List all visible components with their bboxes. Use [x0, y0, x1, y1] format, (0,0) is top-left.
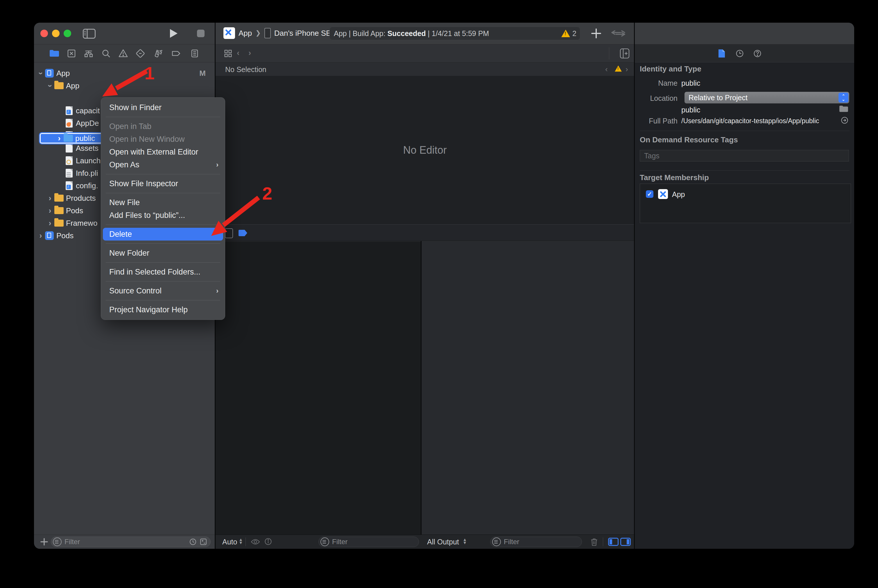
activity-status-pill[interactable]: App | Build App: Succeeded | 1/4/21 at 5…: [329, 27, 580, 40]
scheme-chevron-icon: ❯: [255, 29, 261, 37]
scope-stepper-icon[interactable]: ▴▾: [240, 538, 242, 544]
choose-folder-icon[interactable]: [839, 105, 849, 113]
test-navigator-tab[interactable]: [135, 48, 145, 58]
inspector-divider[interactable]: [634, 22, 635, 549]
related-items-icon[interactable]: [224, 49, 233, 58]
menu-item-project-navigator-help[interactable]: Project Navigator Help: [101, 303, 225, 316]
navigator-filter-input[interactable]: [64, 537, 161, 546]
find-navigator-tab[interactable]: [101, 48, 111, 58]
source-control-status-icon[interactable]: [199, 538, 207, 546]
console-split-divider[interactable]: [421, 241, 422, 534]
tree-label: Assets: [76, 144, 99, 153]
zoom-window-button[interactable]: [64, 30, 71, 37]
disclosure-open-icon[interactable]: ›: [36, 69, 45, 77]
show-values-eye-icon[interactable]: [251, 538, 260, 546]
tree-label: public: [75, 134, 95, 143]
debug-navigator-tab[interactable]: [153, 48, 163, 58]
variables-filter-input[interactable]: [332, 537, 393, 546]
group-value[interactable]: public: [681, 106, 700, 114]
tree-row-folder-app[interactable]: › App: [34, 80, 215, 92]
add-item-button[interactable]: [39, 537, 49, 547]
stop-button[interactable]: [197, 30, 204, 37]
output-stepper-icon[interactable]: ▴▾: [464, 538, 466, 544]
console-filter-input[interactable]: [503, 537, 559, 546]
source-control-navigator-tab[interactable]: [66, 48, 77, 58]
menu-item-new-file[interactable]: New File: [101, 196, 225, 209]
target-membership-box: ✓ App: [640, 184, 851, 223]
jump-bar-selection[interactable]: No Selection: [225, 65, 266, 74]
debug-control-bar: Auto ▴▾ All Output ▴▾: [215, 534, 635, 549]
menu-item-open-as[interactable]: Open As›: [101, 158, 225, 171]
menu-item-show-file-inspector[interactable]: Show File Inspector: [101, 177, 225, 190]
location-select[interactable]: Relative to Project ⌃⌃: [684, 92, 849, 104]
history-inspector-tab[interactable]: [735, 49, 744, 58]
library-add-button[interactable]: [591, 28, 602, 39]
forward-button[interactable]: ›: [248, 48, 251, 57]
run-button[interactable]: [170, 28, 178, 38]
menu-item-open-with-external-editor[interactable]: Open with External Editor: [101, 146, 225, 158]
variables-view[interactable]: [215, 241, 421, 534]
disclosure-open-icon[interactable]: ›: [46, 82, 55, 90]
variables-filter-field[interactable]: [318, 537, 419, 547]
recent-files-clock-icon[interactable]: [189, 538, 197, 546]
disclosure-closed-icon[interactable]: ›: [46, 219, 54, 228]
target-app-icon: [658, 189, 668, 199]
close-window-button[interactable]: [41, 30, 48, 37]
show-variables-pane-toggle[interactable]: [608, 538, 618, 546]
toggle-sidebar-icon[interactable]: [83, 29, 96, 39]
next-issue-button[interactable]: ›: [626, 65, 628, 74]
issue-warning-icon[interactable]: [614, 65, 623, 74]
disclosure-closed-icon[interactable]: ›: [56, 134, 63, 143]
identity-section-header: Identity and Type: [640, 64, 701, 74]
filter-menu-icon[interactable]: [53, 537, 62, 546]
info-icon[interactable]: [264, 537, 272, 546]
debug-area-toggle-icon[interactable]: [225, 228, 233, 238]
breakpoints-toggle-icon[interactable]: [238, 229, 248, 237]
tree-row-project-app[interactable]: › App M: [34, 67, 215, 79]
disclosure-closed-icon[interactable]: ›: [46, 194, 54, 203]
menu-item-show-in-finder[interactable]: Show in Finder: [101, 101, 225, 114]
disclosure-closed-icon[interactable]: ›: [37, 231, 45, 240]
variables-scope-select[interactable]: Auto: [222, 538, 237, 546]
menu-item-source-control[interactable]: Source Control›: [101, 284, 225, 297]
file-inspector-tab[interactable]: [718, 49, 725, 58]
menu-separator: [106, 193, 220, 193]
clear-console-trash-icon[interactable]: [590, 537, 598, 546]
open-path-arrow-icon[interactable]: [840, 116, 849, 124]
menu-separator: [106, 281, 220, 282]
breakpoint-navigator-tab[interactable]: [171, 48, 181, 58]
navigator-filter-field[interactable]: [51, 537, 211, 547]
add-editor-button[interactable]: [620, 48, 630, 58]
menu-item-delete[interactable]: Delete: [103, 228, 223, 240]
symbol-navigator-tab[interactable]: [84, 48, 93, 58]
previous-issue-button[interactable]: ‹: [605, 65, 608, 74]
name-value[interactable]: public: [681, 79, 700, 87]
tags-field[interactable]: [640, 150, 849, 162]
back-button[interactable]: ‹: [237, 48, 239, 57]
tags-input[interactable]: [644, 152, 832, 160]
console-filter-field[interactable]: [490, 537, 582, 547]
disclosure-closed-icon[interactable]: ›: [46, 206, 54, 215]
code-review-arrows-icon[interactable]: [611, 29, 626, 38]
run-destination[interactable]: Dan's iPhone SE: [274, 29, 331, 38]
target-checkbox[interactable]: ✓: [646, 190, 653, 198]
show-console-pane-toggle[interactable]: [620, 538, 631, 546]
tree-label: App: [56, 69, 70, 78]
minimize-window-button[interactable]: [52, 30, 60, 37]
issue-navigator-tab[interactable]: [118, 48, 128, 58]
file-icon-code: [66, 106, 73, 115]
folder-icon: [54, 207, 64, 214]
help-inspector-tab[interactable]: [753, 49, 762, 58]
filter-icon: [320, 537, 329, 546]
report-navigator-tab[interactable]: [190, 48, 200, 58]
console-output-select[interactable]: All Output: [427, 538, 459, 546]
menu-item-new-folder[interactable]: New Folder: [101, 247, 225, 260]
membership-section-header: Target Membership: [640, 173, 709, 182]
menu-item-add-files[interactable]: Add Files to “public”...: [101, 209, 225, 222]
scheme-name[interactable]: App: [239, 29, 252, 38]
project-navigator-tab[interactable]: [49, 50, 60, 57]
fullpath-label: Full Path: [635, 117, 677, 125]
console-view[interactable]: [422, 241, 635, 534]
menu-item-find-in-selected-folders[interactable]: Find in Selected Folders...: [101, 266, 225, 278]
warning-badge[interactable]: 2: [561, 29, 576, 38]
